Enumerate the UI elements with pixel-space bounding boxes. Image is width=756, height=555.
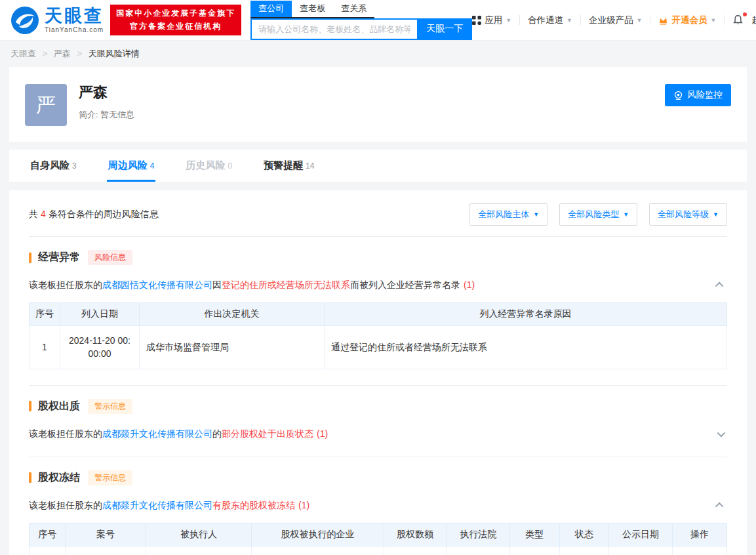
section-accent-bar	[29, 472, 31, 483]
chevron-down-icon: ▼	[637, 17, 643, 24]
search-tab-relation[interactable]: 查关系	[333, 1, 374, 17]
cell-equity-amount: 14.97万人民币	[384, 546, 447, 555]
nav-enterprise-products[interactable]: 企业级产品▼	[589, 14, 642, 26]
section-equity-freeze: 股权冻结 警示信息 该老板担任股东的成都燚升文化传播有限公司有股东的股权被冻结(…	[29, 457, 727, 555]
logo-domain: TianYanCha.com	[45, 27, 104, 33]
column-header: 列入日期	[60, 303, 139, 326]
table-header-row: 序号 案号 被执行人 股权被执行的企业 股权数额 执行法院 类型 状态 公示日期…	[30, 523, 727, 546]
cell-type: 股权冻结	[510, 546, 560, 555]
search-input[interactable]	[250, 18, 417, 40]
column-header: 公示日期	[609, 523, 673, 546]
section-title: 股权出质	[38, 400, 80, 413]
cell-index: 1	[30, 326, 60, 369]
filter-group: 全部风险主体▼ 全部风险类型▼ 全部风险等级▼	[469, 203, 727, 226]
table-header-row: 序号 列入日期 作出决定机关 列入经营异常名录原因	[30, 303, 727, 326]
section-accent-bar	[29, 401, 31, 411]
risk-detail-panel: 共4条符合条件的周边风险信息 全部风险主体▼ 全部风险类型▼ 全部风险等级▼ 经…	[9, 190, 747, 555]
notification-dot	[743, 12, 747, 16]
search-tabs: 查公司 查老板 查关系	[250, 1, 374, 18]
search-button[interactable]: 天眼一下	[417, 18, 472, 40]
nav-vip-membership[interactable]: 开通会员▼	[658, 14, 716, 26]
risk-sentence: 该老板担任股东的成都园恬文化传播有限公司因登记的住所或经营场所无法联系而被列入企…	[29, 278, 727, 292]
breadcrumb-separator: >	[77, 49, 82, 58]
column-header: 作出决定机关	[140, 303, 325, 326]
collapse-chevron-up-icon[interactable]	[715, 502, 724, 510]
result-count-text: 共4条符合条件的周边风险信息	[29, 209, 159, 220]
cell-list-date: 2024-11-20 00:00:00	[60, 326, 139, 369]
crown-icon	[658, 16, 668, 25]
cell-status: 冻结	[559, 546, 609, 555]
filter-risk-subject[interactable]: 全部风险主体▼	[469, 203, 547, 226]
avatar: 严	[25, 84, 67, 126]
column-header: 列入经营异常名录原因	[325, 303, 727, 326]
filter-risk-level[interactable]: 全部风险等级▼	[649, 203, 727, 226]
bell-icon	[732, 14, 744, 26]
cell-court: 成都市武侯区人民法院，登记本: 2-23	[447, 546, 510, 555]
logo-title: 天眼查	[45, 7, 104, 25]
section-accent-bar	[29, 253, 31, 263]
divider	[724, 15, 725, 25]
divider	[650, 15, 650, 25]
column-header: 序号	[30, 523, 66, 546]
breadcrumb-person[interactable]: 严森	[54, 49, 71, 58]
column-header: 状态	[559, 523, 609, 546]
profile-card: 严 严森 简介: 暂无信息 风险监控	[9, 67, 747, 142]
chevron-down-icon: ▼	[506, 17, 511, 24]
logo-swirl-icon	[10, 6, 39, 35]
gov-certification-badge: 国家中小企业发展子基金旗下 官方备案企业征信机构	[110, 5, 241, 35]
column-header: 序号	[30, 303, 60, 326]
cell-reason: 通过登记的住所或者经营场所无法联系	[325, 326, 727, 369]
risk-monitor-button[interactable]: 风险监控	[665, 84, 731, 106]
collapse-chevron-up-icon[interactable]	[715, 282, 724, 291]
column-header: 股权被执行的企业	[252, 523, 384, 546]
nav-cooperation[interactable]: 合作通道▼	[528, 14, 572, 26]
section-title: 股权冻结	[38, 471, 80, 485]
breadcrumb-separator: >	[43, 49, 48, 58]
freeze-table: 序号 案号 被执行人 股权被执行的企业 股权数额 执行法院 类型 状态 公示日期…	[29, 523, 727, 555]
company-link[interactable]: 成都燚升文化传播有限公司	[102, 427, 212, 441]
risk-sentence: 该老板担任股东的成都燚升文化传播有限公司的部分股权处于出质状态(1)	[29, 427, 727, 441]
table-row: 1 2024-11-20 00:00:00 成华市场监督管理局 通过登记的住所或…	[30, 326, 727, 369]
risk-info-badge: 风险信息	[88, 250, 132, 265]
top-nav: 应用▼ 合作通道▼ 企业级产品▼ 开通会员▼	[472, 14, 756, 26]
monitor-webcam-icon	[673, 91, 683, 100]
section-title: 经营异常	[38, 251, 80, 264]
breadcrumb-home[interactable]: 天眼查	[10, 49, 36, 58]
expand-chevron-down-icon[interactable]	[717, 428, 726, 437]
summary-row: 共4条符合条件的周边风险信息 全部风险主体▼ 全部风险类型▼ 全部风险等级▼	[29, 190, 727, 237]
page-title: 严森	[79, 84, 134, 101]
column-header: 执行法院	[447, 523, 510, 546]
chevron-down-icon: ▼	[567, 17, 572, 24]
risk-tabs: 自身风险3 周边风险4 历史风险0 预警提醒14	[9, 150, 747, 182]
column-header: 案号	[66, 523, 146, 546]
risk-sentence: 该老板担任股东的成都燚升文化传播有限公司有股东的股权被冻结(1)	[29, 499, 727, 512]
column-header: 类型	[510, 523, 560, 546]
filter-risk-type[interactable]: 全部风险类型▼	[559, 203, 637, 226]
company-link[interactable]: 成都园恬文化传播有限公司	[102, 278, 212, 292]
notifications-bell[interactable]	[732, 14, 744, 26]
chevron-down-icon: ▼	[710, 17, 716, 24]
tianyancha-logo[interactable]: 天眼查 TianYanCha.com	[10, 6, 104, 35]
search-tab-company[interactable]: 查公司	[250, 1, 292, 17]
tab-self-risk[interactable]: 自身风险3	[29, 150, 78, 182]
result-count: 4	[41, 209, 46, 219]
breadcrumb-current: 天眼风险详情	[89, 49, 140, 58]
tab-history-risk[interactable]: 历史风险0	[184, 150, 233, 182]
table-row: 1 (2024) 川0107执保2883号 刘禹希 成都燚升文化传播有限公司 1…	[30, 546, 727, 555]
warning-info-badge: 警示信息	[88, 470, 132, 485]
divider	[580, 15, 581, 25]
apps-grid-icon	[472, 16, 481, 25]
company-link[interactable]: 成都燚升文化传播有限公司	[102, 499, 212, 512]
chevron-down-icon: ▼	[533, 211, 539, 218]
search-tab-boss[interactable]: 查老板	[292, 1, 333, 17]
nav-super-risk[interactable]: 超级风... ▼	[751, 14, 756, 26]
warning-info-badge: 警示信息	[88, 399, 132, 414]
abnormal-table: 序号 列入日期 作出决定机关 列入经营异常名录原因 1 2024-11-20 0…	[29, 302, 727, 369]
tab-warning-reminder[interactable]: 预警提醒14	[262, 150, 315, 182]
tab-peripheral-risk[interactable]: 周边风险4	[107, 150, 156, 182]
chevron-down-icon: ▼	[623, 211, 629, 218]
divider	[519, 15, 520, 25]
nav-apps[interactable]: 应用▼	[472, 14, 511, 26]
section-equity-pledge: 股权出质 警示信息 该老板担任股东的成都燚升文化传播有限公司的部分股权处于出质状…	[29, 386, 727, 457]
chevron-down-icon: ▼	[713, 211, 719, 218]
